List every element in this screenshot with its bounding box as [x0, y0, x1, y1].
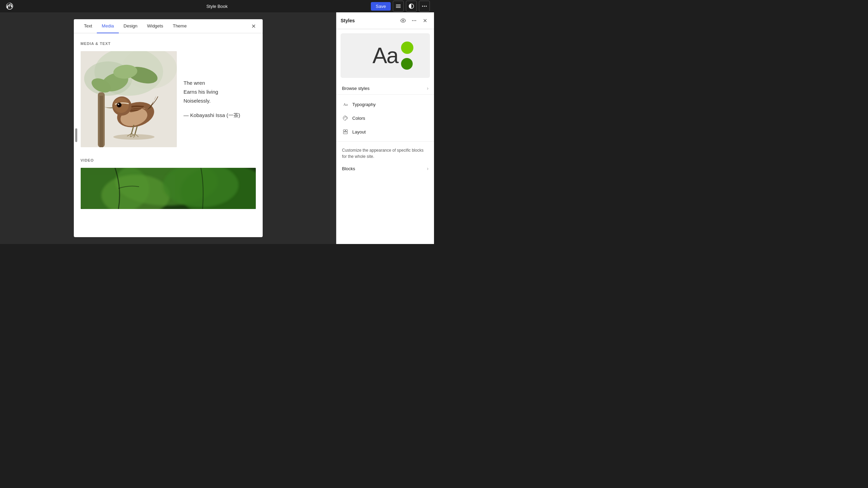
- scroll-handle-left[interactable]: [75, 128, 77, 142]
- style-book-panel: Text Media Design Widgets Theme ✕ MEDIA …: [74, 19, 263, 237]
- sidebar-menu: Aa Typography Colors: [336, 95, 434, 142]
- contrast-toggle-button[interactable]: [406, 1, 417, 12]
- svg-point-32: [415, 20, 416, 21]
- sidebar-title: Styles: [341, 18, 355, 23]
- style-dot-light-green: [401, 42, 413, 54]
- tab-design[interactable]: Design: [119, 19, 142, 33]
- svg-point-37: [344, 117, 345, 117]
- browse-styles-row[interactable]: Browse styles ›: [336, 82, 434, 95]
- browse-styles-label: Browse styles: [342, 86, 369, 91]
- sidebar-header-actions: [398, 16, 430, 25]
- sidebar-more-button[interactable]: [409, 16, 419, 25]
- svg-point-39: [346, 118, 347, 118]
- style-dot-dark-green: [401, 58, 413, 70]
- customize-text: Customize the appearance of specific blo…: [336, 142, 434, 162]
- close-sidebar-button[interactable]: [420, 16, 430, 25]
- bird-image: [81, 51, 177, 147]
- page-title: Style Book: [206, 4, 228, 9]
- svg-rect-8: [100, 96, 103, 147]
- content-area: Text Media Design Widgets Theme ✕ MEDIA …: [0, 12, 336, 244]
- tab-text[interactable]: Text: [79, 19, 97, 33]
- svg-point-19: [118, 104, 119, 105]
- svg-rect-42: [343, 132, 347, 134]
- layout-toggle-button[interactable]: [393, 1, 404, 12]
- svg-point-1: [424, 6, 425, 7]
- media-text-section: MEDIA & TEXT: [81, 42, 256, 147]
- svg-point-0: [422, 6, 423, 7]
- close-panel-button[interactable]: ✕: [249, 21, 259, 31]
- top-bar-left: [4, 1, 15, 12]
- top-bar: Style Book Save: [0, 0, 434, 12]
- typography-label: Typography: [352, 102, 376, 107]
- video-section: VIDEO: [81, 158, 256, 209]
- tab-theme[interactable]: Theme: [168, 19, 191, 33]
- svg-rect-40: [343, 130, 345, 131]
- colors-icon: [342, 115, 349, 121]
- typography-icon: Aa: [342, 101, 349, 108]
- poem-line3: Noiselessly.: [184, 97, 256, 105]
- sidebar-header: Styles: [336, 12, 434, 29]
- video-label: VIDEO: [81, 158, 256, 162]
- media-text-label: MEDIA & TEXT: [81, 42, 256, 46]
- eye-button[interactable]: [398, 16, 408, 25]
- save-button[interactable]: Save: [371, 2, 391, 11]
- video-placeholder: [81, 168, 256, 209]
- poem-line1: The wren: [184, 79, 256, 87]
- svg-point-2: [426, 6, 427, 7]
- svg-point-36: [344, 118, 344, 118]
- sidebar: Styles: [336, 12, 434, 244]
- svg-point-31: [414, 20, 415, 21]
- tabs-bar: Text Media Design Widgets Theme ✕: [74, 19, 263, 33]
- svg-text:Aa: Aa: [343, 103, 348, 106]
- blocks-chevron: ›: [427, 166, 429, 171]
- blocks-row[interactable]: Blocks ›: [336, 162, 434, 175]
- svg-point-22: [113, 134, 155, 140]
- panel-content: MEDIA & TEXT: [74, 33, 263, 237]
- sidebar-item-typography[interactable]: Aa Typography: [336, 97, 434, 111]
- layout-label: Layout: [352, 129, 366, 135]
- main-layout: Text Media Design Widgets Theme ✕ MEDIA …: [0, 12, 434, 244]
- tab-widgets[interactable]: Widgets: [142, 19, 168, 33]
- layout-icon: [342, 128, 349, 135]
- poem-text: The wren Earns his living Noiselessly.: [184, 79, 256, 106]
- colors-label: Colors: [352, 116, 365, 121]
- media-text-content: The wren Earns his living Noiselessly. —…: [184, 51, 256, 147]
- poem-attribution: — Kobayashi Issa (一茶): [184, 111, 256, 119]
- blocks-label: Blocks: [342, 166, 355, 171]
- wp-logo[interactable]: [4, 1, 15, 12]
- top-bar-right: Save: [371, 1, 430, 12]
- more-options-button[interactable]: [419, 1, 430, 12]
- tab-media[interactable]: Media: [97, 19, 118, 33]
- poem-line2: Earns his living: [184, 88, 256, 96]
- svg-point-29: [402, 20, 404, 21]
- svg-point-38: [346, 117, 346, 117]
- media-text-block: The wren Earns his living Noiselessly. —…: [81, 51, 256, 147]
- style-preview-text: Aa: [373, 43, 398, 68]
- sidebar-item-layout[interactable]: Layout: [336, 125, 434, 139]
- svg-point-30: [412, 20, 413, 21]
- style-preview-card: Aa: [341, 33, 430, 78]
- sidebar-item-colors[interactable]: Colors: [336, 111, 434, 125]
- svg-rect-41: [346, 130, 347, 131]
- svg-point-18: [117, 103, 121, 107]
- browse-styles-chevron: ›: [427, 85, 429, 91]
